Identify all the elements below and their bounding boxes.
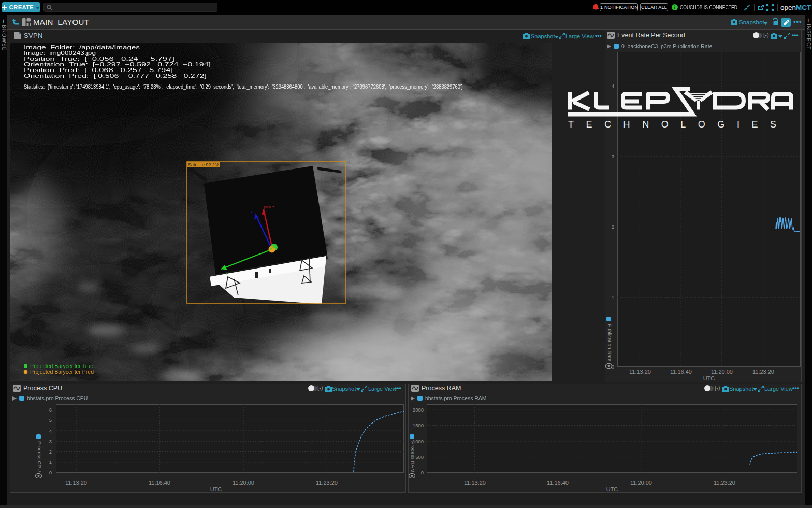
svg-text:Statistics: {'timestamp': '17: Statistics: {'timestamp': '1749813984.1'… — [24, 83, 463, 90]
svg-text:TECHNOLOGIES: TECHNOLOGIES — [568, 119, 790, 130]
svg-text:Orientation Pred: [ 0.506 −: Orientation Pred: [ 0.506 −0.777 0.258 0… — [24, 73, 207, 79]
svg-text:pred z: pred z — [264, 205, 274, 209]
svg-text:Projected Barycenter Pred: Projected Barycenter Pred — [30, 369, 94, 375]
svg-text:y: y — [226, 271, 228, 275]
svg-text:Satellite:92.2%: Satellite:92.2% — [188, 162, 219, 167]
svg-text:z: z — [251, 210, 253, 214]
